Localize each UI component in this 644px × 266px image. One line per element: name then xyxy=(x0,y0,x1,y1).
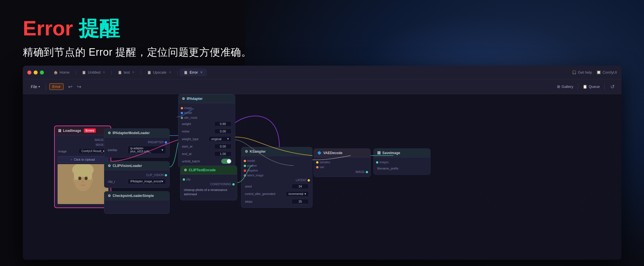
weight-type-select[interactable]: original ▾ xyxy=(209,136,231,142)
svg-rect-10 xyxy=(58,164,108,204)
attn-in-label: attn_mask xyxy=(184,116,197,119)
ksampler-latent-dot xyxy=(244,174,246,177)
tab-untitled[interactable]: 📋 Untitled ✕ xyxy=(78,68,109,76)
start-at-row: start_at 0.00 xyxy=(178,143,235,150)
node-load-image-body: IMAGE MASK image ComfyUI Result_ ▾ xyxy=(55,135,111,207)
end-at-value: 1.00 xyxy=(214,151,231,156)
toolbar: File ▾ Error ↩ ↪ ⊞ Gallery 📋 Queue ↺ xyxy=(23,79,621,94)
toolbar-left: File ▾ Error ↩ ↪ xyxy=(29,82,82,91)
ipadapter-detail-title: IPAdapter xyxy=(187,97,203,101)
traffic-light-yellow[interactable] xyxy=(34,70,38,74)
weight-type-chevron: ▾ xyxy=(227,137,229,141)
images-in-dot xyxy=(376,161,378,164)
control-select[interactable]: incremental ▾ xyxy=(286,191,309,197)
traffic-light-red[interactable] xyxy=(27,70,31,74)
tab-divider-3: | xyxy=(139,70,143,75)
errors-badge: Errors xyxy=(84,128,96,133)
tab-upscale-close[interactable]: ✕ xyxy=(169,70,171,74)
tab-upscale[interactable]: 📋 Upscale ✕ xyxy=(143,68,175,76)
ipadapter-title: IPAdapterModelLoader xyxy=(113,131,150,135)
node-vaedecode-body: samples vae IMAGE xyxy=(314,158,370,177)
ipadapter-out-dot xyxy=(165,141,167,144)
control-label: control_after_generated xyxy=(245,192,275,196)
clip-r-value: IPAdapter_image_encoder_s_ xyxy=(130,180,162,183)
tab-upscale-icon: 📋 xyxy=(147,70,151,74)
canvas-area[interactable]: 🖼 LoadImage Errors IMAGE MASK image xyxy=(23,94,621,260)
node-ipadapter-detail: ⚙ IPAdapter image model attn_mask xyxy=(178,94,235,168)
tab-home[interactable]: 🏠 Home xyxy=(50,68,74,76)
image-select[interactable]: ComfyUI Result_ ▾ xyxy=(79,148,107,154)
tab-test-close[interactable]: ✕ xyxy=(132,70,135,74)
upload-icon: ↑ xyxy=(70,158,72,161)
port-latent-ksampler: latent_image xyxy=(241,173,312,178)
toolbar-right: ⊞ Gallery 📋 Queue ↺ xyxy=(557,82,616,91)
node-clip-text-encode: ⚙ CLIPTextEncode clip CONDITIONING close… xyxy=(180,166,237,200)
ipadap-chevron: ▾ xyxy=(162,148,163,152)
node-vaedecode-header: 🔷 VAEDecode xyxy=(314,149,370,158)
port-mask-output: MASK xyxy=(55,142,111,147)
port-clip-in: clip xyxy=(180,177,237,182)
redo-button[interactable]: ↪ xyxy=(76,82,82,91)
weight-type-row: weight_type original ▾ xyxy=(178,135,235,143)
clip-r-select[interactable]: IPAdapter_image_encoder_s_ ▾ xyxy=(128,179,166,184)
comfyui-button[interactable]: 🔲 ComfyUI xyxy=(596,70,617,74)
checkpoint-title: CheckpointLoaderSimple xyxy=(113,194,154,198)
filename-row: filename_prefix xyxy=(374,165,430,172)
tab-error[interactable]: 📋 Error ✕ xyxy=(180,68,207,76)
port-vae-in: vae xyxy=(314,165,370,170)
toolbar-divider-1 xyxy=(46,83,46,90)
clip-in-label: clip xyxy=(186,178,190,181)
node-saveimage-header: 🖼 SaveImage xyxy=(374,149,430,158)
comfyui-icon: 🔲 xyxy=(596,70,601,74)
image-select-row: image ComfyUI Result_ ▾ xyxy=(55,147,111,155)
port-model-ksampler: model xyxy=(241,158,312,163)
node-saveimage-body: images filename_prefix xyxy=(374,158,430,174)
undo-button[interactable]: ↩ xyxy=(67,82,74,91)
queue-button[interactable]: 📋 Queue xyxy=(583,84,600,89)
unfold-batch-toggle[interactable] xyxy=(221,159,231,164)
tab-untitled-close[interactable]: ✕ xyxy=(103,70,105,74)
titlebar-actions: 🎧 Get help 🔲 ComfyUI xyxy=(572,70,617,74)
tab-bar: 🏠 Home | 📋 Untitled ✕ | 📋 test ✕ | 📋 Ups xyxy=(50,68,572,76)
ipadap-value: ip-adapter-plus_sd15.safe_ xyxy=(130,147,162,153)
refresh-button[interactable]: ↺ xyxy=(609,82,616,91)
port-attn-in: attn_mask xyxy=(178,115,235,120)
clip-in-dot xyxy=(183,178,185,181)
node-checkpoint-body xyxy=(104,200,169,213)
attn-in-dot xyxy=(181,117,183,119)
ipadapter-detail-icon: ⚙ xyxy=(182,97,185,101)
weight-value: 0.80 xyxy=(214,121,231,126)
node-clipvision-header: ⚙ CLIPVisionLoader xyxy=(104,162,169,170)
gallery-button[interactable]: ⊞ Gallery xyxy=(557,84,573,89)
click-to-upload-button[interactable]: ↑ Click to Upload xyxy=(58,156,108,163)
port-image-in: image xyxy=(178,106,235,110)
ipadap-select[interactable]: ip-adapter-plus_sd15.safe_ ▾ xyxy=(128,146,166,154)
image-vaedecode-out-dot xyxy=(366,171,368,173)
toolbar-right-divider-2 xyxy=(604,83,605,90)
node-checkpoint-header: ⚙ CheckpointLoaderSimple xyxy=(104,192,169,200)
hero-title: Error 提醒 xyxy=(23,17,252,40)
ksampler-latent-label: latent_image xyxy=(247,174,263,177)
vaedecode-icon: 🔷 xyxy=(317,151,322,155)
load-image-icon: 🖼 xyxy=(58,129,61,132)
port-latent-out: LATENT xyxy=(241,178,312,183)
start-at-value: 0.00 xyxy=(214,144,231,149)
port-samples-in: samples xyxy=(314,160,370,165)
get-help-button[interactable]: 🎧 Get help xyxy=(572,70,592,74)
weight-type-value: original xyxy=(211,137,221,141)
node-ksampler-header: ⚙ KSampler xyxy=(241,147,312,156)
weight-label: weight xyxy=(182,122,191,126)
node-ksampler-body: model positive negative latent_image LAT… xyxy=(241,156,312,207)
image-vaedecode-out-label: IMAGE xyxy=(355,170,365,174)
clipvision-icon: ⚙ xyxy=(108,164,111,168)
port-clipvision-output: CLIP_VISION xyxy=(104,173,169,178)
saveimage-title: SaveImage xyxy=(382,151,400,155)
tab-test[interactable]: 📋 test ✕ xyxy=(114,68,139,76)
traffic-light-green[interactable] xyxy=(40,70,44,74)
saveimage-icon: 🖼 xyxy=(377,151,381,155)
ipadap-label: ipadap xyxy=(108,148,117,152)
tab-error-close[interactable]: ✕ xyxy=(200,70,203,74)
vaedecode-title: VAEDecode xyxy=(323,151,342,155)
toolbar-right-divider xyxy=(578,83,578,90)
file-button[interactable]: File ▾ xyxy=(29,83,42,90)
